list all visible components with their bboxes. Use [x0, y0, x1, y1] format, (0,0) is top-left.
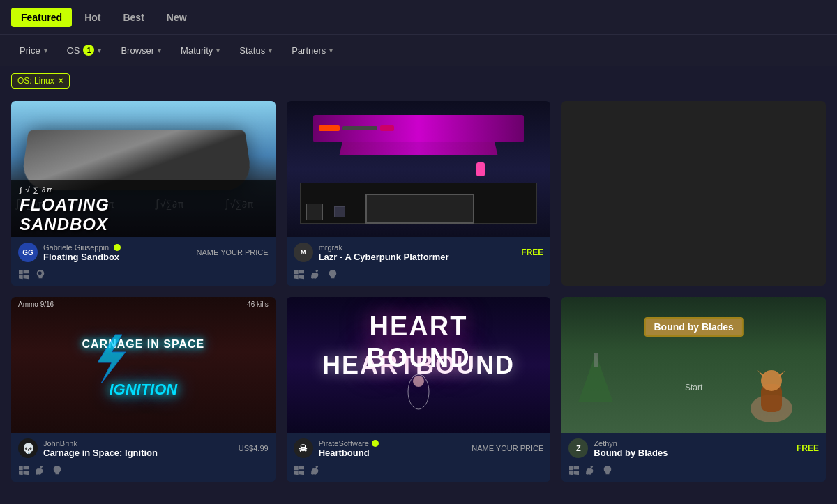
game-author: Gabriele Giuseppini — [43, 243, 191, 252]
filter-browser[interactable]: Browser ▾ — [112, 42, 169, 59]
game-author: mrgrak — [319, 243, 516, 252]
game-thumb-floating-sandbox: ∫ √ ∑ ∂π FLOATINGSANDBOX — [11, 101, 276, 237]
game-card-bound-by-blades[interactable]: Start — [561, 297, 826, 482]
game-grid: ∫ √ ∑ ∂π FLOATINGSANDBOX GG Gabriele Giu… — [0, 96, 837, 493]
game-card-empty — [561, 101, 826, 286]
game-thumb-lazr — [287, 101, 551, 237]
chevron-down-icon-partners: ▾ — [329, 47, 333, 54]
game-price: NAME YOUR PRICE — [197, 248, 269, 257]
avatar: M — [294, 243, 313, 262]
game-info: ☠ PirateSoftware Heartbound NAME YOUR PR… — [287, 433, 551, 464]
thumbnail-image-lazr — [287, 101, 551, 237]
top-nav: Featured Hot Best New — [0, 0, 837, 35]
filter-partners[interactable]: Partners ▾ — [283, 42, 341, 59]
filter-status-label: Status — [239, 45, 265, 56]
platform-row — [11, 464, 276, 482]
game-meta: JohnBrink Carnage in Space: Ignition — [43, 439, 233, 458]
platform-row — [11, 268, 276, 286]
windows-icon — [18, 465, 29, 476]
platform-row — [287, 268, 551, 286]
svg-point-1 — [413, 376, 424, 387]
tab-new[interactable]: New — [157, 8, 197, 27]
filter-price[interactable]: Price ▾ — [11, 42, 56, 59]
game-thumb-bound: Start — [561, 297, 826, 433]
filter-os-label: OS — [67, 45, 80, 56]
thumbnail-image: ∫ √ ∑ ∂π FLOATINGSANDBOX — [11, 101, 276, 237]
game-card-lazr[interactable]: M mrgrak Lazr - A Cyberpunk Platformer F… — [287, 101, 551, 286]
os-badge: 1 — [83, 45, 94, 56]
tab-featured[interactable]: Featured — [11, 8, 72, 27]
game-card-carnage[interactable]: Ammo 9/16 46 kills 💀 JohnBrink Carnage i… — [11, 297, 276, 482]
game-meta: mrgrak Lazr - A Cyberpunk Platformer — [319, 243, 516, 262]
windows-icon — [294, 465, 305, 476]
game-title: Heartbound — [319, 448, 467, 458]
game-info: Z Zethyn Bound by Blades FREE — [561, 433, 826, 464]
thumbnail-image-bound: Start — [561, 297, 826, 433]
svg-rect-6 — [594, 353, 598, 367]
game-author: Zethyn — [594, 439, 791, 448]
thumbnail-image-carnage: Ammo 9/16 46 kills — [11, 297, 276, 433]
filter-bar: Price ▾ OS 1 ▾ Browser ▾ Maturity ▾ Stat… — [0, 35, 837, 66]
game-title: Carnage in Space: Ignition — [43, 448, 233, 458]
verified-icon — [114, 244, 121, 251]
remove-filter-button[interactable]: × — [59, 76, 63, 86]
windows-icon — [568, 465, 580, 476]
game-price: FREE — [521, 247, 543, 257]
filter-browser-label: Browser — [121, 45, 154, 56]
filter-maturity[interactable]: Maturity ▾ — [172, 42, 228, 59]
game-price: FREE — [797, 443, 819, 453]
windows-icon — [18, 269, 29, 280]
apple-icon — [35, 465, 46, 476]
thumbnail-empty — [561, 101, 826, 286]
game-info: GG Gabriele Giuseppini Floating Sandbox … — [11, 237, 276, 268]
game-thumb-heartbound: HEARTBOUND — [287, 297, 551, 433]
os-linux-filter-tag: OS: Linux × — [11, 73, 70, 89]
active-filters: OS: Linux × — [0, 66, 837, 96]
linux-icon — [327, 269, 338, 280]
chevron-down-icon-maturity: ▾ — [216, 47, 220, 54]
filter-status[interactable]: Status ▾ — [231, 42, 280, 59]
filter-maturity-label: Maturity — [181, 45, 213, 56]
apple-icon — [585, 465, 596, 476]
avatar: ☠ — [294, 438, 313, 458]
avatar: 💀 — [18, 438, 38, 458]
game-title: Bound by Blades — [594, 448, 791, 458]
platform-row — [561, 464, 826, 482]
game-meta: PirateSoftware Heartbound — [319, 439, 467, 458]
chevron-down-icon-browser: ▾ — [158, 47, 161, 54]
game-title: Floating Sandbox — [43, 252, 191, 262]
tab-hot[interactable]: Hot — [75, 8, 110, 27]
chevron-down-icon: ▾ — [44, 47, 47, 54]
game-card-floating-sandbox[interactable]: ∫ √ ∑ ∂π FLOATINGSANDBOX GG Gabriele Giu… — [11, 101, 276, 286]
windows-icon — [294, 269, 305, 280]
game-thumb-carnage: Ammo 9/16 46 kills — [11, 297, 276, 433]
verified-icon — [372, 440, 379, 447]
linux-icon — [602, 465, 613, 476]
filter-os[interactable]: OS 1 ▾ — [59, 41, 110, 59]
thumbnail-image-heartbound: HEARTBOUND — [287, 297, 551, 433]
filter-price-label: Price — [20, 45, 40, 56]
svg-point-4 — [761, 370, 782, 391]
game-author: PirateSoftware — [319, 439, 467, 448]
filter-partners-label: Partners — [292, 45, 326, 56]
avatar: Z — [568, 438, 588, 458]
game-meta: Zethyn Bound by Blades — [594, 439, 791, 458]
game-info: 💀 JohnBrink Carnage in Space: Ignition U… — [11, 433, 276, 464]
game-card-heartbound[interactable]: HEARTBOUND ☠ PirateSoftware Heartbound — [287, 297, 551, 482]
chevron-down-icon-os: ▾ — [98, 47, 101, 54]
tab-best[interactable]: Best — [113, 8, 153, 27]
chevron-down-icon-status: ▾ — [269, 47, 272, 54]
linux-icon — [35, 269, 46, 280]
avatar: GG — [18, 243, 38, 262]
game-author: JohnBrink — [43, 439, 233, 448]
game-price: NAME YOUR PRICE — [472, 444, 543, 452]
game-title-overlay: ∫ √ ∑ ∂π FLOATINGSANDBOX — [11, 180, 276, 237]
game-info: M mrgrak Lazr - A Cyberpunk Platformer F… — [287, 237, 551, 268]
apple-icon — [310, 465, 322, 476]
game-meta: Gabriele Giuseppini Floating Sandbox — [43, 243, 191, 262]
linux-icon — [52, 465, 63, 476]
apple-icon — [310, 269, 322, 280]
platform-row — [287, 464, 551, 482]
game-title: Lazr - A Cyberpunk Platformer — [319, 252, 516, 262]
filter-tag-label: OS: Linux — [17, 76, 54, 86]
